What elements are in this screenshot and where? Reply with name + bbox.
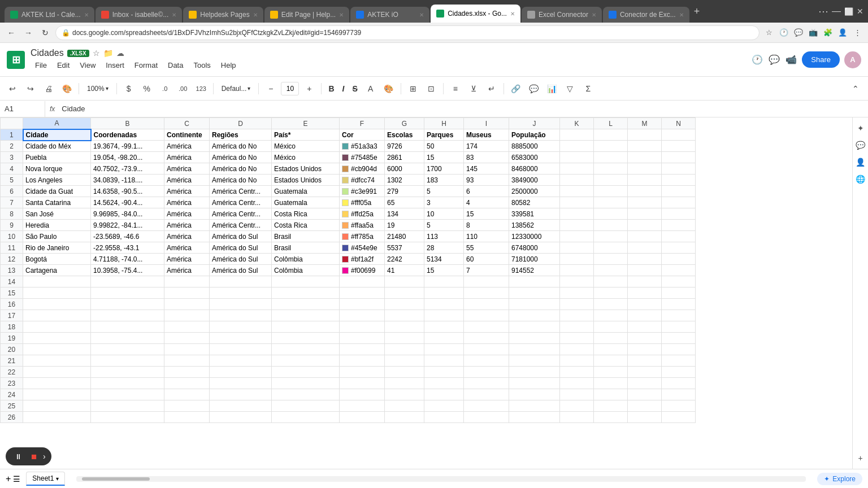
cell-r25cF[interactable] bbox=[340, 400, 385, 412]
profile-icon[interactable]: 👤 bbox=[836, 27, 849, 39]
cell-r18cH[interactable] bbox=[424, 321, 464, 333]
wrap-button[interactable]: ↵ bbox=[484, 81, 500, 97]
add-sheet-icon[interactable]: + bbox=[6, 474, 11, 484]
row-header-14[interactable]: 14 bbox=[1, 276, 23, 287]
cell-r19cL[interactable] bbox=[594, 333, 628, 344]
cell-r9cC[interactable]: América bbox=[164, 220, 210, 231]
cell-r9cK[interactable] bbox=[560, 220, 594, 231]
cell-r7cI[interactable]: 4 bbox=[464, 197, 509, 208]
cell-r20cB[interactable] bbox=[91, 344, 164, 355]
browser-tab-t1[interactable]: AKTEK Ltd - Cale... ✕ bbox=[5, 7, 94, 23]
cell-r6cE[interactable]: Guatemala bbox=[272, 186, 340, 197]
cell-r11cN[interactable] bbox=[662, 242, 696, 254]
cell-r24cG[interactable] bbox=[385, 389, 424, 400]
explore-button[interactable]: ✦ Explore bbox=[817, 473, 862, 485]
cell-r19cB[interactable] bbox=[91, 333, 164, 344]
cell-r10cJ[interactable]: 12330000 bbox=[509, 231, 560, 242]
tab-close[interactable]: ✕ bbox=[679, 12, 684, 18]
cell-r22cD[interactable] bbox=[210, 367, 272, 378]
cell-r23cD[interactable] bbox=[210, 378, 272, 389]
cell-r15cJ[interactable] bbox=[509, 287, 560, 299]
decimal-increase-button[interactable]: .00 bbox=[175, 81, 191, 97]
cell-r9cL[interactable] bbox=[594, 220, 628, 231]
row-header-11[interactable]: 11 bbox=[1, 242, 23, 254]
cell-r18cD[interactable] bbox=[210, 321, 272, 333]
cell-r24cE[interactable] bbox=[272, 389, 340, 400]
cell-r2cG[interactable]: 9726 bbox=[385, 141, 424, 152]
toolbar-collapse[interactable]: ⌃ bbox=[848, 81, 863, 97]
row-header-20[interactable]: 20 bbox=[1, 344, 23, 355]
cell-r20cD[interactable] bbox=[210, 344, 272, 355]
cell-r25cI[interactable] bbox=[464, 400, 509, 412]
cell-r3cG[interactable]: 2861 bbox=[385, 152, 424, 163]
sheet-tab-sheet1[interactable]: Sheet1 ▾ bbox=[26, 472, 65, 486]
cell-r16cA[interactable] bbox=[23, 299, 91, 310]
functions-button[interactable]: Σ bbox=[580, 81, 596, 97]
cell-r10cB[interactable]: -23.5689, -46.6 bbox=[91, 231, 164, 242]
row-header-26[interactable]: 26 bbox=[1, 412, 23, 423]
cell-r17cE[interactable] bbox=[272, 310, 340, 321]
cell-r9cE[interactable]: Costa Rica bbox=[272, 220, 340, 231]
cell-r23cF[interactable] bbox=[340, 378, 385, 389]
row-header-18[interactable]: 18 bbox=[1, 321, 23, 333]
cell-r9cJ[interactable]: 138562 bbox=[509, 220, 560, 231]
cell-r26cL[interactable] bbox=[594, 412, 628, 423]
browser-tab-t2[interactable]: Inbox - isabelle©... ✕ bbox=[96, 7, 183, 23]
cell-r20cI[interactable] bbox=[464, 344, 509, 355]
cell-reference[interactable]: A1 bbox=[0, 101, 45, 117]
cell-r12cM[interactable] bbox=[628, 254, 662, 265]
cell-r16cN[interactable] bbox=[662, 299, 696, 310]
cell-r7cD[interactable]: América Centr... bbox=[210, 197, 272, 208]
cell-r16cJ[interactable] bbox=[509, 299, 560, 310]
cell-r22cN[interactable] bbox=[662, 367, 696, 378]
col-header-F[interactable]: F bbox=[340, 118, 385, 129]
cell-r20cE[interactable] bbox=[272, 344, 340, 355]
cell-r19cJ[interactable] bbox=[509, 333, 560, 344]
cell-r5cE[interactable]: Estados Unidos bbox=[272, 175, 340, 186]
cell-r11cL[interactable] bbox=[594, 242, 628, 254]
cell-r10cC[interactable]: América bbox=[164, 231, 210, 242]
cell-r16cK[interactable] bbox=[560, 299, 594, 310]
cell-r7cF[interactable]: #fff05a bbox=[340, 197, 385, 208]
cell-r11cK[interactable] bbox=[560, 242, 594, 254]
row-header-1[interactable]: 1 bbox=[1, 129, 23, 141]
cell-r3cM[interactable] bbox=[628, 152, 662, 163]
cell-r10cI[interactable]: 110 bbox=[464, 231, 509, 242]
cell-r7cJ[interactable]: 80582 bbox=[509, 197, 560, 208]
cell-r6cA[interactable]: Cidade da Guat bbox=[23, 186, 91, 197]
sidebar-add-icon[interactable]: + bbox=[854, 452, 867, 464]
cell-r9cI[interactable]: 8 bbox=[464, 220, 509, 231]
cell-r12cJ[interactable]: 7181000 bbox=[509, 254, 560, 265]
cell-r15cM[interactable] bbox=[628, 287, 662, 299]
cell-r3cC[interactable]: América bbox=[164, 152, 210, 163]
cell-r10cK[interactable] bbox=[560, 231, 594, 242]
cell-r9cD[interactable]: América Centr... bbox=[210, 220, 272, 231]
cell-r20cM[interactable] bbox=[628, 344, 662, 355]
comment-button[interactable]: 💬 bbox=[526, 81, 542, 97]
cell-r17cJ[interactable] bbox=[509, 310, 560, 321]
cell-r4cN[interactable] bbox=[662, 163, 696, 175]
cell-r23cI[interactable] bbox=[464, 378, 509, 389]
cell-r6cF[interactable]: #c3e991 bbox=[340, 186, 385, 197]
tab-close[interactable]: ✕ bbox=[592, 12, 596, 18]
cell-r16cG[interactable] bbox=[385, 299, 424, 310]
cell-r24cL[interactable] bbox=[594, 389, 628, 400]
cell-r16cM[interactable] bbox=[628, 299, 662, 310]
cell-r4cE[interactable]: Estados Unidos bbox=[272, 163, 340, 175]
sheet-tab-arrow[interactable]: ▾ bbox=[56, 476, 59, 482]
cell-r5cK[interactable] bbox=[560, 175, 594, 186]
cell-r11cM[interactable] bbox=[628, 242, 662, 254]
cell-r11cB[interactable]: -22.9558, -43.1 bbox=[91, 242, 164, 254]
cell-r14cA[interactable] bbox=[23, 276, 91, 287]
cell-r2cF[interactable]: #51a3a3 bbox=[340, 141, 385, 152]
cell-r15cH[interactable] bbox=[424, 287, 464, 299]
row-header-3[interactable]: 3 bbox=[1, 152, 23, 163]
font-family-dropdown[interactable]: Defaul... ▾ bbox=[218, 81, 255, 97]
cell-r21cJ[interactable] bbox=[509, 355, 560, 367]
cell-r2cI[interactable]: 174 bbox=[464, 141, 509, 152]
cell-r2cN[interactable] bbox=[662, 141, 696, 152]
cell-r13cG[interactable]: 41 bbox=[385, 265, 424, 276]
cell-r16cD[interactable] bbox=[210, 299, 272, 310]
row-header-17[interactable]: 17 bbox=[1, 310, 23, 321]
cell-r9cA[interactable]: Heredia bbox=[23, 220, 91, 231]
